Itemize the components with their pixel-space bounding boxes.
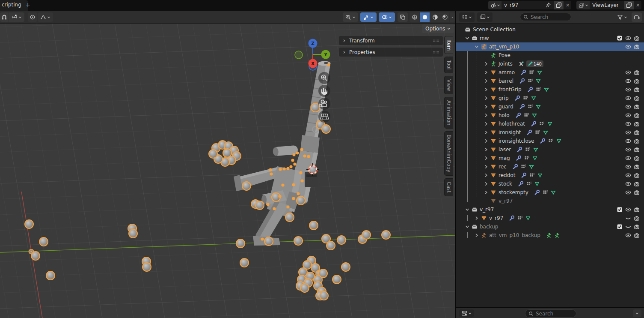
outliner-row-mw[interactable]: mw (456, 34, 644, 42)
hide-viewport-eye-open[interactable] (624, 112, 632, 119)
unlink-scene-button[interactable]: ✕ (564, 1, 571, 9)
tab-item[interactable]: Item (444, 36, 453, 54)
empty-sphere[interactable] (31, 252, 40, 260)
bone-joint-dot[interactable] (292, 183, 295, 186)
add-workspace-button[interactable]: + (24, 1, 32, 8)
tab-cast[interactable]: Cast (444, 178, 453, 196)
modifier-icon[interactable] (515, 112, 521, 118)
object-name[interactable]: ironsight (499, 129, 521, 135)
render-visibility-camera-icon[interactable] (632, 112, 641, 119)
bone-joint-dot[interactable] (279, 168, 282, 171)
modifier-icon[interactable] (540, 138, 546, 144)
object-name[interactable]: v_r97 (499, 198, 513, 204)
bone-joint-dot[interactable] (278, 195, 281, 198)
chevron-closed-icon[interactable] (473, 232, 480, 239)
chevron-closed-icon[interactable] (482, 95, 490, 102)
object-name[interactable]: backup (480, 224, 498, 230)
outliner-row-guard[interactable]: guard (456, 102, 644, 111)
hide-viewport-eye-open[interactable] (624, 95, 632, 102)
outliner-search[interactable] (520, 13, 571, 21)
empty-sphere[interactable] (326, 241, 335, 250)
bone-joint-dot[interactable] (291, 159, 294, 162)
pose-outline-icon[interactable] (554, 232, 560, 238)
outliner-row-v-r97[interactable]: v_r97 (456, 197, 644, 205)
snap-toggle-button[interactable] (0, 12, 9, 22)
chevron-closed-icon[interactable] (482, 103, 490, 110)
new-collection-button[interactable] (632, 12, 642, 22)
render-visibility-camera-icon[interactable] (632, 138, 641, 144)
hide-viewport-eye-open[interactable] (624, 146, 632, 153)
empty-sphere[interactable] (311, 103, 320, 112)
empty-sphere[interactable] (382, 231, 390, 239)
object-name[interactable]: ironsightclose (499, 138, 534, 144)
vgroups-icon[interactable] (534, 129, 540, 135)
render-visibility-camera-icon[interactable] (632, 146, 641, 153)
vgroups-icon[interactable] (528, 69, 534, 75)
render-visibility-camera-icon[interactable] (632, 78, 641, 84)
object-name[interactable]: Joints (499, 61, 513, 67)
render-visibility-camera-icon[interactable] (632, 232, 641, 239)
shading-rendered-button[interactable] (440, 12, 449, 22)
object-name[interactable]: grip (499, 95, 509, 101)
bone-joint-dot[interactable] (286, 167, 289, 170)
bone-joint-dot[interactable] (273, 207, 276, 210)
meshdata-icon[interactable] (550, 189, 556, 195)
chevron-closed-icon[interactable] (482, 189, 490, 196)
render-visibility-camera-icon[interactable] (632, 103, 641, 110)
editor-type-dropdown[interactable] (459, 12, 475, 22)
bone-joint-dot[interactable] (282, 167, 285, 170)
display-mode-dropdown[interactable] (477, 12, 493, 22)
meshdata-icon[interactable] (532, 155, 538, 161)
object-name[interactable]: holo (499, 112, 510, 118)
empty-sphere[interactable] (332, 275, 341, 284)
outliner-row-pose[interactable]: Pose (456, 51, 644, 60)
chevron-open-icon[interactable] (463, 35, 471, 42)
tab-boneanimcopy[interactable]: BoneAnimCopy (444, 131, 453, 176)
vgroups-icon[interactable] (522, 95, 528, 101)
bones-icon[interactable] (518, 61, 524, 67)
vgroups-icon[interactable] (529, 172, 535, 178)
empty-sphere[interactable] (142, 263, 151, 271)
modifier-icon[interactable] (516, 155, 522, 161)
bone-joint-dot[interactable] (289, 165, 292, 168)
empty-sphere[interactable] (294, 237, 303, 245)
empty-sphere[interactable] (223, 149, 231, 157)
outliner-search-input[interactable] (531, 14, 567, 20)
outliner-row-att-vm-p10-backup[interactable]: att_vm_p10_backup (456, 231, 644, 240)
outliner-row-backup[interactable]: backup (456, 222, 644, 231)
meshdata-icon[interactable] (533, 147, 539, 153)
object-name[interactable]: Pose (499, 52, 510, 58)
modifier-icon[interactable] (519, 78, 525, 84)
vgroups-icon[interactable] (520, 164, 526, 170)
meshdata-icon[interactable] (543, 129, 549, 135)
empty-sphere[interactable] (320, 291, 328, 300)
visibility-dropdown[interactable] (343, 12, 358, 22)
outliner-row-stockempty[interactable]: stockempty (456, 188, 644, 197)
outliner-row-rec[interactable]: rec (456, 162, 644, 171)
bone-joint-dot[interactable] (300, 179, 303, 182)
overlays-toggle-dropdown[interactable] (379, 12, 395, 22)
empty-sphere[interactable] (297, 196, 305, 205)
empty-sphere[interactable] (240, 258, 249, 267)
hide-viewport-eye-open[interactable] (624, 172, 632, 179)
vgroups-icon[interactable] (527, 78, 533, 84)
duplicate-viewlayer-button[interactable] (624, 1, 634, 9)
chevron-closed-icon[interactable] (482, 78, 490, 84)
modifier-icon[interactable] (512, 164, 518, 170)
vgroups-icon[interactable] (548, 138, 554, 144)
meshdata-icon[interactable] (535, 104, 541, 110)
modifier-icon[interactable] (516, 147, 522, 153)
modifier-icon[interactable] (520, 69, 526, 75)
vgroups-icon[interactable] (539, 121, 545, 127)
empty-sphere[interactable] (322, 125, 330, 133)
empty-sphere[interactable] (25, 220, 33, 228)
hide-viewport-eye-open[interactable] (624, 189, 632, 196)
empty-sphere[interactable] (362, 231, 371, 239)
panel-transform[interactable]: Transform (339, 36, 443, 45)
scene-icon-button[interactable] (488, 1, 502, 9)
pin-icon[interactable] (545, 2, 551, 8)
shading-solid-button[interactable] (420, 12, 430, 22)
meshdata-icon[interactable] (534, 181, 540, 187)
hide-viewport-eye-open[interactable] (624, 155, 632, 162)
vgroups-icon[interactable] (542, 189, 548, 195)
